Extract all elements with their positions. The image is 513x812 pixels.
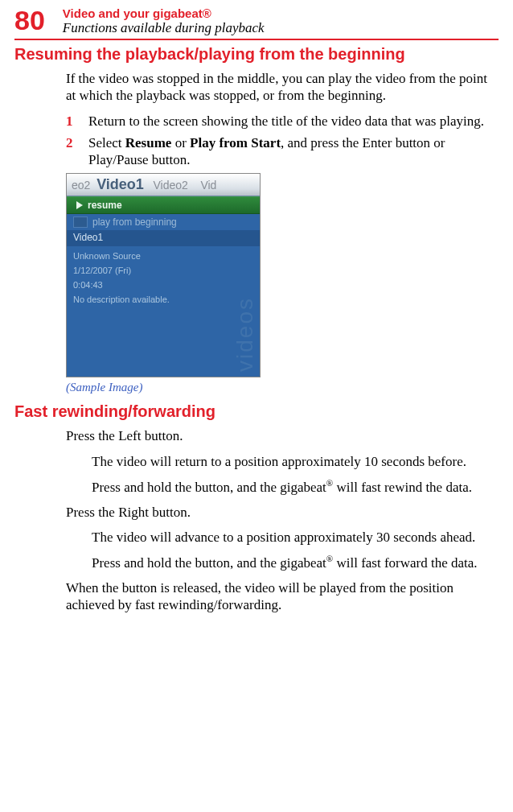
header-titles: Video and your gigabeat® Functions avail… (63, 6, 265, 36)
step2-mid: or (171, 135, 190, 150)
sample-caption: (Sample Image) (66, 381, 499, 394)
left-hold-post: will fast rewind the data. (333, 479, 472, 494)
play-icon (76, 201, 83, 209)
sample-source: Unknown Source (67, 246, 260, 261)
menu-item-resume[interactable]: resume (67, 196, 260, 214)
sample-top-bar: eo2 Video1 Video2 Vid (67, 174, 260, 196)
right-hold-post: will fast forward the data. (333, 555, 477, 571)
top-left: eo2 (72, 179, 90, 192)
right-effect: The video will advance to a position app… (92, 529, 499, 546)
press-right: Press the Right button. (66, 504, 499, 521)
sample-desc: No description available. (67, 290, 260, 304)
menu-item-play-beginning[interactable]: play from beginning (67, 214, 260, 230)
page-header: 80 Video and your gigabeat® Functions av… (14, 6, 499, 36)
step-2: 2 Select Resume or Play from Start, and … (66, 134, 499, 169)
step2-pre: Select (88, 135, 125, 150)
sample-date: 1/12/2007 (Fri) (67, 261, 260, 275)
sample-video-title: Video1 (67, 230, 260, 246)
chapter-subtitle: Functions available during playback (63, 20, 265, 36)
registered-mark: ® (326, 478, 333, 488)
step-1: 1 Return to the screen showing the title… (66, 113, 499, 130)
registered-mark: ® (326, 554, 333, 563)
press-left: Press the Left button. (66, 427, 499, 444)
step2-bold1: Resume (125, 135, 172, 150)
release-note: When the button is released, the video w… (66, 579, 499, 614)
top-current: Video1 (96, 176, 144, 192)
left-hold-pre: Press and hold the button, and the gigab… (92, 479, 326, 494)
section-heading-resume: Resuming the playback/playing from the b… (14, 45, 499, 64)
right-hold-pre: Press and hold the button, and the gigab… (92, 555, 326, 571)
step-text: Return to the screen showing the title o… (88, 113, 499, 130)
page: 80 Video and your gigabeat® Functions av… (0, 0, 513, 637)
resume-label: resume (88, 200, 122, 211)
intro-paragraph: If the video was stopped in the middle, … (66, 70, 499, 105)
left-hold: Press and hold the button, and the gigab… (92, 478, 499, 496)
chapter-title: Video and your gigabeat® (63, 6, 265, 20)
play-begin-label: play from beginning (92, 216, 177, 228)
right-hold: Press and hold the button, and the gigab… (92, 554, 499, 571)
step2-bold2: Play from Start (190, 135, 281, 150)
side-text-videos: videos (232, 297, 258, 372)
step-text: Select Resume or Play from Start, and pr… (88, 134, 499, 169)
left-effect: The video will return to a position appr… (92, 453, 499, 470)
step-number: 1 (66, 113, 88, 130)
sample-image: eo2 Video1 Video2 Vid resume play from b… (66, 173, 261, 377)
sample-time: 0:04:43 (67, 275, 260, 290)
header-rule (14, 39, 499, 40)
step-number: 2 (66, 134, 88, 169)
section-heading-fast: Fast rewinding/forwarding (14, 402, 499, 421)
top-right: Vid (200, 179, 216, 192)
page-number: 80 (14, 6, 45, 34)
film-icon (73, 216, 88, 228)
spacer (67, 304, 260, 377)
top-next: Video2 (154, 179, 188, 192)
